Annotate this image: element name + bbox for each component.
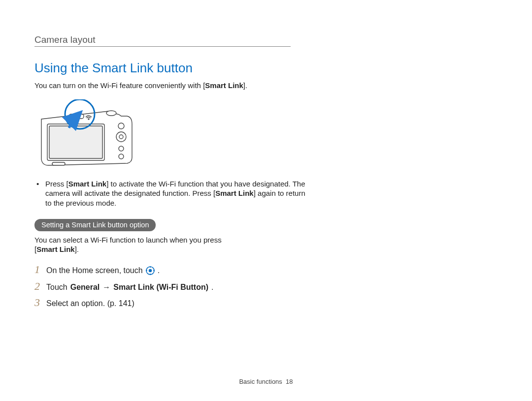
step-text: Select an option. (p. 141) bbox=[46, 299, 134, 309]
step1-pre: On the Home screen, touch bbox=[46, 266, 143, 276]
subintro-paragraph: You can select a Wi-Fi function to launc… bbox=[34, 235, 310, 254]
footer-section: Basic functions bbox=[239, 378, 282, 385]
svg-point-4 bbox=[119, 135, 123, 139]
step3-text: Select an option. (p. 141) bbox=[46, 299, 134, 309]
step-text: Touch General → Smart Link (Wi-Fi Button… bbox=[46, 282, 213, 293]
bullet-text: Press [Smart Link] to activate the Wi-Fi… bbox=[45, 179, 310, 208]
step2-arrow: → bbox=[102, 282, 110, 293]
intro-text-bold: Smart Link bbox=[205, 81, 243, 90]
intro-paragraph: You can turn on the Wi-Fi feature conven… bbox=[34, 81, 320, 91]
subintro-line2-post: ]. bbox=[75, 245, 79, 253]
camera-illustration bbox=[34, 99, 498, 170]
svg-point-11 bbox=[88, 119, 89, 120]
intro-text-post: ]. bbox=[243, 81, 247, 90]
step-number: 1 bbox=[34, 264, 46, 275]
step-number: 2 bbox=[34, 281, 46, 292]
step2-bold1: General bbox=[70, 282, 100, 293]
manual-page: Camera layout Using the Smart Link butto… bbox=[0, 0, 532, 401]
page-footer: Basic functions 18 bbox=[0, 378, 532, 385]
step-text: On the Home screen, touch . bbox=[46, 266, 160, 276]
bullet-bold2: Smart Link bbox=[215, 189, 254, 197]
subintro-line2-bold: Smart Link bbox=[36, 245, 75, 253]
section-title: Using the Smart Link button bbox=[34, 61, 498, 76]
step2-post: . bbox=[211, 282, 213, 293]
svg-point-6 bbox=[119, 154, 124, 159]
target-icon bbox=[146, 266, 155, 275]
subintro-line1: You can select a Wi-Fi function to launc… bbox=[34, 236, 222, 244]
step-row: 2 Touch General → Smart Link (Wi-Fi Butt… bbox=[34, 281, 498, 293]
step-row: 1 On the Home screen, touch . bbox=[34, 264, 498, 276]
breadcrumb: Camera layout bbox=[34, 34, 96, 45]
footer-page-number: 18 bbox=[286, 378, 293, 385]
step2-pre: Touch bbox=[46, 282, 67, 293]
camera-svg bbox=[34, 99, 137, 168]
bullet-dot: • bbox=[34, 179, 45, 208]
svg-point-5 bbox=[119, 146, 124, 151]
svg-point-9 bbox=[106, 111, 116, 116]
bullet-item: • Press [Smart Link] to activate the Wi-… bbox=[34, 179, 310, 208]
svg-point-2 bbox=[118, 123, 124, 129]
svg-rect-1 bbox=[49, 126, 102, 158]
step-number: 3 bbox=[34, 297, 46, 308]
svg-point-13 bbox=[148, 269, 151, 272]
breadcrumb-wrap: Camera layout bbox=[34, 34, 291, 47]
sub-heading-pill: Setting a Smart Link button option bbox=[34, 219, 156, 231]
bullet-pre1: Press [ bbox=[45, 180, 68, 188]
svg-rect-8 bbox=[52, 162, 65, 165]
step1-post: . bbox=[158, 266, 160, 276]
step-row: 3 Select an option. (p. 141) bbox=[34, 297, 498, 309]
bullet-bold1: Smart Link bbox=[68, 180, 107, 188]
steps-list: 1 On the Home screen, touch . 2 bbox=[34, 264, 498, 309]
step2-bold2: Smart Link (Wi-Fi Button) bbox=[113, 282, 208, 293]
intro-text-pre: You can turn on the Wi-Fi feature conven… bbox=[34, 81, 205, 90]
